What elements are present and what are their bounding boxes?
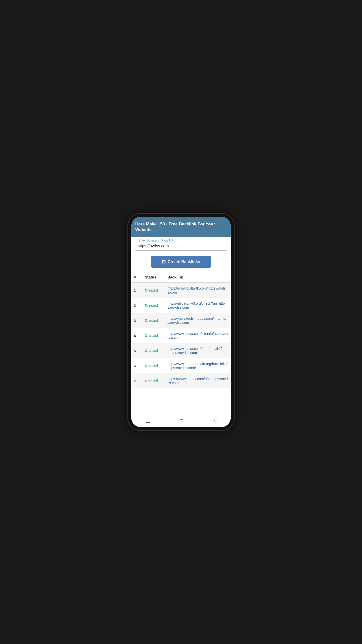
app-header: Here Make 150+ Free Backlink For Your We… [131,217,231,237]
backlink-url[interactable]: http://validator.w3.org/check?uri=https:… [167,301,225,309]
url-input[interactable] [138,243,224,248]
create-icon: ⊟ [162,259,166,265]
table-row: 3Createdhttp://whois.tools4noobs.com/inf… [131,313,231,328]
backlink-url[interactable]: https://www.builtwith.com/https://ovdss.… [167,286,226,294]
cell-url: http://www.alexa.com/data/details/?url=h… [165,343,231,358]
col-header-num: # [131,272,142,283]
table-row: 7Createdhttps://www.robtex.com/dns/https… [131,373,231,388]
cell-status: Created [142,298,165,313]
status-badge: Created [145,318,158,323]
url-field-wrapper: Enter Domain or Page URL [135,241,227,251]
cell-url: http://www.aboutdomain.org/backlinks/htt… [165,358,231,373]
cell-status: Created [142,343,165,358]
backlink-url[interactable]: http://www.alexa.com/siteinfo/https://ov… [167,332,228,340]
cell-status: Created [142,358,165,373]
cell-url: https://www.robtex.com/dns/https://ovdss… [165,373,231,388]
cell-num: 3 [131,313,142,328]
cell-status: Created [142,328,165,343]
nav-bar: ☰ □ ◁ [131,414,231,427]
table-row: 4Createdhttp://www.alexa.com/siteinfo/ht… [131,328,231,343]
app-body: Enter Domain or Page URL ⊟ Create Backli… [131,237,231,414]
table-row: 6Createdhttp://www.aboutdomain.org/backl… [131,358,231,373]
phone-screen: Here Make 150+ Free Backlink For Your We… [131,217,231,427]
backlinks-table: # Status Backlink 1Createdhttps://www.bu… [131,272,231,388]
cell-num: 2 [131,298,142,313]
table-row: 2Createdhttp://validator.w3.org/check?ur… [131,298,231,313]
table-row: 1Createdhttps://www.builtwith.com/https:… [131,283,231,298]
cell-num: 5 [131,343,142,358]
create-button-label: Create Backlinks [168,260,200,264]
url-section: Enter Domain or Page URL [131,237,231,253]
status-badge: Created [145,379,158,383]
backlink-url[interactable]: https://www.robtex.com/dns/https://ovdss… [167,377,228,385]
cell-url: http://validator.w3.org/check?uri=https:… [165,298,231,313]
nav-back-button[interactable]: ◁ [207,416,221,426]
cell-status: Created [142,373,165,388]
status-badge: Created [145,303,158,307]
table-row: 5Createdhttp://www.alexa.com/data/detail… [131,343,231,358]
col-header-backlink: Backlink [165,272,231,283]
cell-url: http://www.alexa.com/siteinfo/https://ov… [165,328,231,343]
status-badge: Created [145,334,158,338]
cell-url: http://whois.tools4noobs.com/info/https:… [165,313,231,328]
cell-num: 7 [131,373,142,388]
create-backlinks-button[interactable]: ⊟ Create Backlinks [151,256,211,268]
backlink-url[interactable]: http://whois.tools4noobs.com/info/https:… [167,316,226,325]
app-header-title: Here Make 150+ Free Backlink For Your We… [135,221,227,232]
cell-url: https://www.builtwith.com/https://ovdss.… [165,283,231,298]
phone-shell: Here Make 150+ Free Backlink For Your We… [128,214,234,430]
backlink-url[interactable]: http://www.aboutdomain.org/backlinks/htt… [167,362,228,370]
status-badge: Created [145,288,158,292]
col-header-status: Status [142,272,165,283]
cell-status: Created [142,313,165,328]
status-badge: Created [145,349,158,353]
table-container: # Status Backlink 1Createdhttps://www.bu… [131,272,231,414]
status-badge: Created [145,364,158,368]
cell-num: 1 [131,283,142,298]
cell-status: Created [142,283,165,298]
nav-menu-button[interactable]: ☰ [141,416,155,426]
cell-num: 6 [131,358,142,373]
backlink-url[interactable]: http://www.alexa.com/data/details/?url=h… [167,347,227,355]
cell-num: 4 [131,328,142,343]
url-field-label: Enter Domain or Page URL [138,239,176,242]
nav-home-button[interactable]: □ [175,416,188,426]
